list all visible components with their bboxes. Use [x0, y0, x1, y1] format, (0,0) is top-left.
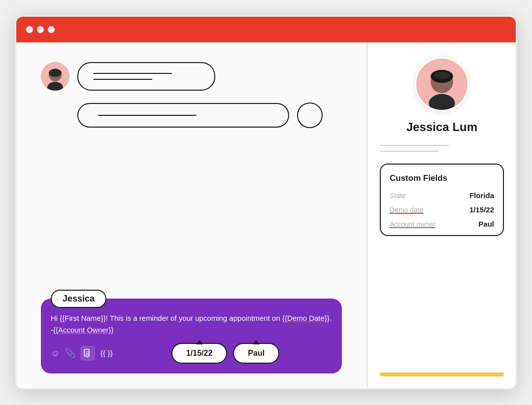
contact-line-1 [380, 145, 449, 146]
compose-bottom: ☺ 📎 {{ }} [51, 343, 332, 364]
demo-date-variable: {{Demo Date}} [282, 314, 330, 322]
right-panel: Jessica Lum Custom Fields State Florida … [368, 42, 516, 388]
state-value: Florida [469, 191, 494, 200]
browser-content: Jessica Hi {{First Name}}! This is a rem… [16, 42, 516, 388]
owner-caret [253, 340, 260, 344]
circle-button[interactable] [297, 102, 323, 128]
custom-fields-title: Custom Fields [390, 173, 494, 183]
bubble-line-2 [93, 79, 152, 80]
bubble-line-3 [98, 115, 197, 116]
traffic-light-maximize[interactable] [48, 26, 55, 33]
account-owner-value: Paul [478, 220, 494, 228]
compose-icons: ☺ 📎 {{ }} [51, 346, 113, 361]
field-row-demo-date: Demo date 1/15/22 [390, 205, 494, 214]
variable-icon[interactable]: {{ }} [100, 349, 113, 357]
chat-message-row-2 [77, 102, 342, 128]
svg-point-10 [433, 71, 450, 79]
traffic-lights [26, 26, 55, 33]
demo-date-label: Demo date [390, 206, 423, 214]
chat-message-row-1 [41, 62, 342, 91]
svg-point-3 [49, 69, 62, 77]
owner-pill-button[interactable]: Paul [233, 343, 279, 364]
date-caret [196, 340, 203, 344]
account-owner-label: Account owner [390, 220, 435, 228]
date-pill-button[interactable]: 1/15/22 [171, 343, 227, 364]
avatar-1 [41, 62, 69, 91]
contact-name: Jessica Lum [406, 120, 477, 134]
contact-line-2 [380, 151, 439, 152]
speech-bubble-2 [77, 103, 289, 128]
state-label: State [390, 192, 406, 200]
svg-point-5 [86, 354, 89, 357]
emoji-icon[interactable]: ☺ [51, 348, 60, 359]
bottom-accent [380, 372, 504, 376]
browser-titlebar [16, 17, 516, 42]
account-owner-variable: {{Account Owner}} [53, 326, 114, 334]
demo-date-value: 1/15/22 [469, 205, 494, 214]
left-panel: Jessica Hi {{First Name}}! This is a rem… [16, 42, 366, 388]
contact-lines [380, 145, 504, 152]
field-row-account-owner: Account owner Paul [390, 220, 494, 228]
custom-fields-box: Custom Fields State Florida Demo date 1/… [380, 164, 504, 236]
attachment-icon[interactable]: 📎 [65, 348, 75, 359]
sender-badge: Jessica [51, 290, 106, 308]
contact-avatar [415, 57, 469, 111]
bubble-line-1 [93, 73, 172, 74]
traffic-light-close[interactable] [26, 26, 33, 33]
browser-window: Jessica Hi {{First Name}}! This is a rem… [15, 15, 517, 390]
compose-area: Jessica Hi {{First Name}}! This is a rem… [41, 299, 342, 373]
speech-bubble-1 [77, 62, 215, 91]
traffic-light-minimize[interactable] [37, 26, 44, 33]
field-row-state: State Florida [390, 191, 494, 200]
document-icon[interactable] [80, 346, 95, 361]
message-text: Hi {{First Name}}! This is a reminder of… [51, 312, 332, 336]
